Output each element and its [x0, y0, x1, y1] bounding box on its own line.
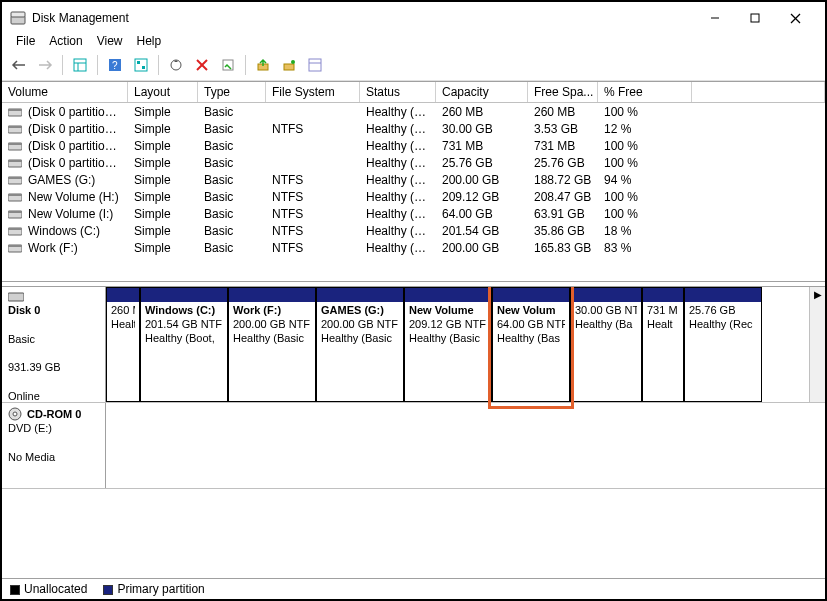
cdrom-row: CD-ROM 0 DVD (E:) No Media: [2, 403, 825, 489]
cdrom-partitions: [106, 403, 825, 488]
action2-button[interactable]: [278, 54, 300, 76]
partition[interactable]: New Volum64.00 GB NTFHealthy (Bas: [492, 287, 570, 402]
legend-primary: Primary partition: [103, 582, 204, 596]
table-row[interactable]: New Volume (H:)SimpleBasicNTFSHealthy (B…: [2, 188, 825, 205]
disk0-label[interactable]: Disk 0 Basic 931.39 GB Online: [2, 287, 106, 402]
volume-icon: [8, 158, 24, 168]
partition[interactable]: 30.00 GB NTHealthy (Ba: [570, 287, 642, 402]
volume-icon: [8, 209, 24, 219]
col-layout[interactable]: Layout: [128, 82, 198, 102]
close-button[interactable]: [775, 8, 815, 28]
svg-rect-30: [8, 160, 22, 162]
table-row[interactable]: Windows (C:)SimpleBasicNTFSHealthy (B...…: [2, 222, 825, 239]
volume-icon: [8, 175, 24, 185]
minimize-button[interactable]: [695, 8, 735, 28]
col-type[interactable]: Type: [198, 82, 266, 102]
volume-icon: [8, 226, 24, 236]
svg-rect-12: [137, 61, 140, 64]
svg-rect-26: [8, 126, 22, 128]
refresh-button[interactable]: [165, 54, 187, 76]
show-hide-tree-button[interactable]: [69, 54, 91, 76]
col-spacer: [692, 82, 825, 102]
partition[interactable]: Work (F:)200.00 GB NTFHealthy (Basic: [228, 287, 316, 402]
svg-rect-28: [8, 143, 22, 145]
cdrom-label[interactable]: CD-ROM 0 DVD (E:) No Media: [2, 403, 106, 488]
menu-view[interactable]: View: [97, 34, 123, 48]
svg-rect-41: [8, 293, 24, 301]
settings-button[interactable]: [130, 54, 152, 76]
table-row[interactable]: (Disk 0 partition 8)SimpleBasicHealthy (…: [2, 137, 825, 154]
maximize-button[interactable]: [735, 8, 775, 28]
partition[interactable]: 731 MHealt: [642, 287, 684, 402]
volume-icon: [8, 192, 24, 202]
svg-rect-38: [8, 228, 22, 230]
action1-button[interactable]: [252, 54, 274, 76]
volume-list-header: Volume Layout Type File System Status Ca…: [2, 82, 825, 103]
cdrom-name: CD-ROM 0: [27, 408, 81, 420]
cdrom-status: No Media: [8, 451, 55, 463]
disk-graphical-view: Disk 0 Basic 931.39 GB Online 260 MHealt…: [2, 287, 825, 578]
legend: Unallocated Primary partition: [2, 578, 825, 599]
volume-icon: [8, 243, 24, 253]
col-capacity[interactable]: Capacity: [436, 82, 528, 102]
volume-icon: [8, 124, 24, 134]
properties-button[interactable]: [217, 54, 239, 76]
table-row[interactable]: (Disk 0 partition 9)SimpleBasicHealthy (…: [2, 154, 825, 171]
svg-rect-24: [8, 109, 22, 111]
menu-help[interactable]: Help: [137, 34, 162, 48]
svg-point-20: [291, 60, 295, 64]
partition[interactable]: New Volume209.12 GB NTFHealthy (Basic: [404, 287, 492, 402]
svg-rect-3: [751, 14, 759, 22]
volume-list-body: (Disk 0 partition 1)SimpleBasicHealthy (…: [2, 103, 825, 281]
table-row[interactable]: Work (F:)SimpleBasicNTFSHealthy (B...200…: [2, 239, 825, 256]
disk-icon: [8, 291, 97, 303]
col-filesystem[interactable]: File System: [266, 82, 360, 102]
svg-rect-19: [284, 64, 294, 70]
partition[interactable]: Windows (C:)201.54 GB NTFHealthy (Boot,: [140, 287, 228, 402]
col-volume[interactable]: Volume: [2, 82, 128, 102]
col-pctfree[interactable]: % Free: [598, 82, 692, 102]
window-frame: Disk Management File Action View Help ? …: [0, 0, 827, 601]
partition[interactable]: GAMES (G:)200.00 GB NTFHealthy (Basic: [316, 287, 404, 402]
cdrom-type: DVD (E:): [8, 422, 52, 434]
svg-rect-32: [8, 177, 22, 179]
svg-rect-13: [142, 66, 145, 69]
table-row[interactable]: (Disk 0 partition 1)SimpleBasicHealthy (…: [2, 103, 825, 120]
forward-button[interactable]: [34, 54, 56, 76]
svg-rect-6: [74, 59, 86, 71]
menubar: File Action View Help: [2, 32, 825, 52]
volume-list: Volume Layout Type File System Status Ca…: [2, 81, 825, 281]
delete-button[interactable]: [191, 54, 213, 76]
disk0-partitions: 260 MHealtWindows (C:)201.54 GB NTFHealt…: [106, 287, 809, 402]
svg-rect-40: [8, 245, 22, 247]
cdrom-icon: [8, 407, 22, 421]
titlebar[interactable]: Disk Management: [2, 2, 825, 32]
table-row[interactable]: GAMES (G:)SimpleBasicNTFSHealthy (B...20…: [2, 171, 825, 188]
col-status[interactable]: Status: [360, 82, 436, 102]
table-row[interactable]: New Volume (I:)SimpleBasicNTFSHealthy (B…: [2, 205, 825, 222]
action3-button[interactable]: [304, 54, 326, 76]
svg-text:?: ?: [112, 60, 118, 71]
swatch-unallocated: [10, 585, 20, 595]
partition[interactable]: 25.76 GBHealthy (Rec: [684, 287, 762, 402]
back-button[interactable]: [8, 54, 30, 76]
legend-unallocated: Unallocated: [10, 582, 87, 596]
table-row[interactable]: (Disk 0 partition 7)SimpleBasicNTFSHealt…: [2, 120, 825, 137]
hscroll-right[interactable]: ▶: [809, 287, 825, 402]
svg-rect-21: [309, 59, 321, 71]
help-button[interactable]: ?: [104, 54, 126, 76]
svg-point-43: [13, 412, 17, 416]
volume-icon: [8, 107, 24, 117]
disk-management-icon: [10, 10, 26, 26]
menu-action[interactable]: Action: [49, 34, 82, 48]
svg-rect-1: [11, 12, 25, 17]
disk0-status: Online: [8, 389, 99, 403]
toolbar: ?: [2, 52, 825, 81]
svg-rect-34: [8, 194, 22, 196]
menu-file[interactable]: File: [16, 34, 35, 48]
col-freespace[interactable]: Free Spa...: [528, 82, 598, 102]
disk0-size: 931.39 GB: [8, 360, 99, 374]
disk0-row: Disk 0 Basic 931.39 GB Online 260 MHealt…: [2, 287, 825, 403]
partition[interactable]: 260 MHealt: [106, 287, 140, 402]
svg-rect-11: [135, 59, 147, 71]
